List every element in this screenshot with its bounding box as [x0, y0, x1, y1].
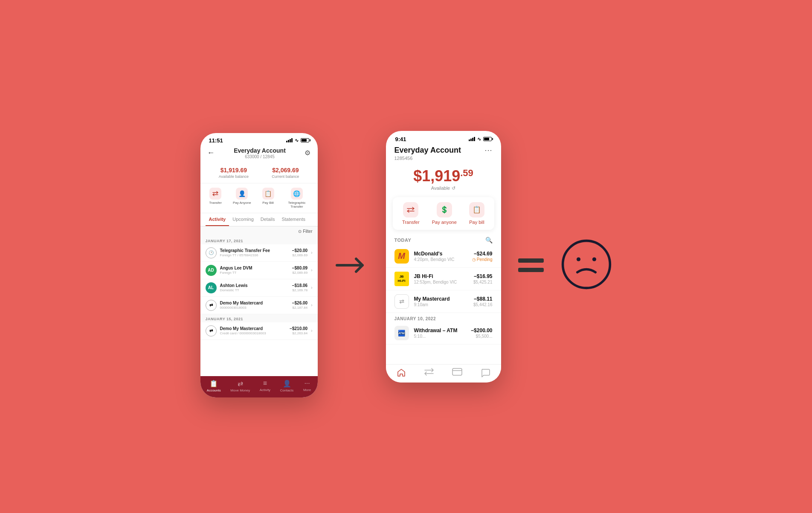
- tx-amounts-ttfee: −$20.00 $2,069.69: [292, 248, 307, 257]
- battery-icon-right: [483, 137, 492, 141]
- scene: 11:51 ∿ ← Everyday Account 633000 / 1284…: [0, 0, 812, 513]
- tx-details-jb: JB Hi-Fi 12:53pm, Bendigo VIC: [414, 273, 469, 284]
- refresh-icon[interactable]: ↺: [452, 185, 455, 191]
- list-item[interactable]: JBHI-FI JB Hi-Fi 12:53pm, Bendigo VIC −$…: [386, 268, 501, 290]
- tab-upcoming[interactable]: Upcoming: [229, 213, 257, 226]
- nav-activity[interactable]: ≡ Activity: [260, 380, 270, 392]
- tx-details-mcd: McDonald's 4:20pm, Bendigo VIC: [414, 251, 467, 262]
- tx-amount-atm: −$200.00: [471, 328, 492, 333]
- svg-point-2: [563, 241, 610, 288]
- tx-sub-demo2: Credit card / 00000003018003: [220, 331, 287, 335]
- move-money-icon: ⇄: [238, 380, 243, 388]
- date-jan17: January 17, 2021: [200, 236, 318, 244]
- tx-icon-demo1: ⇄: [206, 300, 217, 311]
- time-left: 11:51: [209, 137, 223, 144]
- tx-amount-jb: −$16.95: [473, 273, 493, 279]
- search-icon-right[interactable]: 🔍: [485, 237, 493, 243]
- nav-accounts[interactable]: 📋 Accounts: [207, 380, 221, 392]
- tx-icon-angus: AD: [206, 265, 217, 276]
- tab-activity[interactable]: Activity: [206, 213, 229, 226]
- transfer-icon-right: [403, 202, 418, 217]
- tx-name-mcd: McDonald's: [414, 251, 467, 257]
- action-transfer-right[interactable]: Transfer: [402, 202, 420, 225]
- tab-details[interactable]: Details: [257, 213, 278, 226]
- table-row[interactable]: AL Ashton Lewis Domestic TT −$18.06 $2,1…: [200, 279, 318, 297]
- nav-move-money[interactable]: ⇄ Move Money: [230, 380, 250, 392]
- list-item[interactable]: M McDonald's 4:20pm, Bendigo VIC −$24.69…: [386, 245, 501, 268]
- account-number-left: 633000 / 12845: [234, 154, 286, 159]
- tx-right-mc: −$88.11 $5,442.16: [473, 296, 493, 307]
- nav-chat-right[interactable]: [481, 368, 490, 377]
- signal-bars-left: [286, 138, 293, 142]
- accounts-icon: 📋: [209, 380, 218, 388]
- back-button[interactable]: ←: [207, 148, 215, 157]
- nav-home-right[interactable]: [397, 368, 406, 377]
- tx-balance-ttfee: $2,069.69: [292, 253, 307, 257]
- nav-activity-label: Activity: [260, 388, 270, 392]
- sad-face: [561, 239, 612, 292]
- tx-amount-ashton: −$18.06: [292, 283, 307, 288]
- nav-contacts[interactable]: 👤 Contacts: [280, 380, 294, 392]
- table-row[interactable]: 🕐 Telegraphic Transfer Fee Foreign TT / …: [200, 244, 318, 262]
- available-balance: $1,919.69 Available balance: [219, 167, 249, 179]
- mcdonalds-logo: M: [394, 249, 409, 264]
- tx-sub-jb: 12:53pm, Bendigo VIC: [414, 280, 469, 284]
- filter-button[interactable]: ⊙ Filter: [298, 229, 312, 234]
- list-item[interactable]: ⇄ My Mastercard 9:10am −$88.11 $5,442.16: [386, 290, 501, 313]
- arrow-container: [335, 255, 369, 276]
- pay-bill-icon: 📋: [262, 188, 274, 200]
- nav-transfer-right[interactable]: [424, 368, 434, 377]
- list-item[interactable]: 🏧 Withdrawal – ATM 5:10... −$200.00 $5,5…: [386, 322, 501, 345]
- tx-name-mc: My Mastercard: [414, 296, 469, 302]
- table-row[interactable]: ⇄ Demo My Mastercard 00000003018003 −$26…: [200, 297, 318, 314]
- battery-icon-left: [301, 138, 309, 142]
- status-bar-left: 11:51 ∿: [200, 133, 318, 145]
- nav-more[interactable]: ··· More: [303, 380, 311, 392]
- table-row[interactable]: AD Angus Lee DVM Foreign TT −$80.09 $2,0…: [200, 262, 318, 279]
- pending-label: Pending: [477, 257, 493, 262]
- pay-bill-label: Pay Bill: [262, 201, 274, 205]
- balance-section-left: $1,919.69 Available balance $2,069.69 Cu…: [200, 162, 318, 183]
- transactions-list-right: M McDonald's 4:20pm, Bendigo VIC −$24.69…: [386, 245, 501, 364]
- equals-bar-bottom: [518, 268, 544, 272]
- action-pay-anyone[interactable]: 👤 Pay Anyone: [233, 188, 251, 209]
- actions-row-left: Transfer 👤 Pay Anyone 📋 Pay Bill 🌐 Teleg…: [200, 183, 318, 213]
- chevron-right-icon: ›: [311, 268, 312, 272]
- pay-anyone-icon-right: 💲: [437, 202, 452, 217]
- action-transfer[interactable]: Transfer: [209, 188, 222, 209]
- transfer-label: Transfer: [209, 201, 222, 205]
- mastercard-logo: ⇄: [394, 294, 409, 309]
- tx-icon-ttfee: 🕐: [206, 247, 217, 258]
- tx-name-ashton: Ashton Lewis: [220, 283, 289, 288]
- tx-amounts-demo1: −$26.00 $2,187.84: [292, 301, 307, 310]
- tx-sub-atm: 5:10...: [414, 334, 466, 339]
- account-title-right: Everyday Account: [394, 146, 461, 155]
- tx-sub-demo1: 00000003018003: [220, 306, 289, 310]
- activity-icon: ≡: [263, 380, 267, 387]
- current-label: Current balance: [272, 174, 299, 179]
- dots-menu-button[interactable]: ···: [484, 146, 492, 155]
- action-pay-bill[interactable]: 📋 Pay Bill: [262, 188, 274, 209]
- jbhifi-logo: JBHI-FI: [394, 272, 409, 286]
- action-telegraphic[interactable]: 🌐 Telegraphic Transfer: [285, 188, 308, 209]
- tx-details-atm: Withdrawal – ATM 5:10...: [414, 328, 466, 339]
- action-pay-bill-right[interactable]: 📋 Pay bill: [469, 202, 484, 225]
- nav-card-right[interactable]: [452, 368, 462, 377]
- table-row[interactable]: ⇄ Demo My Mastercard Credit card / 00000…: [200, 322, 318, 340]
- tx-details-demo1: Demo My Mastercard 00000003018003: [220, 301, 289, 310]
- tab-statements[interactable]: Statements: [278, 213, 309, 226]
- tx-balance-atm: $5,500...: [471, 334, 492, 339]
- tx-balance-mc: $5,442.16: [473, 302, 493, 307]
- nav-contacts-label: Contacts: [280, 388, 294, 392]
- settings-icon-left[interactable]: ⚙: [304, 149, 310, 157]
- today-header: TODAY 🔍: [386, 233, 501, 245]
- signal-bars-right: [469, 137, 475, 141]
- available-label-right: Available ↺: [386, 185, 501, 191]
- bottom-nav-right: [386, 364, 501, 383]
- action-pay-anyone-right[interactable]: 💲 Pay anyone: [432, 202, 457, 225]
- tx-sub-ttfee: Foreign TT / 6576842336: [220, 253, 289, 257]
- tx-sub-angus: Foreign TT: [220, 271, 289, 275]
- main-amount-display: $1,919.59: [386, 168, 501, 184]
- svg-point-3: [576, 257, 580, 261]
- account-name-left: Everyday Account: [234, 147, 286, 154]
